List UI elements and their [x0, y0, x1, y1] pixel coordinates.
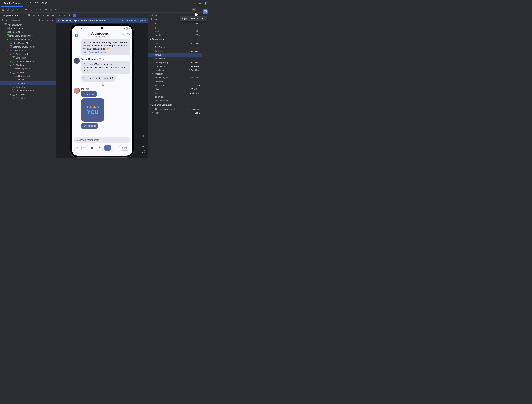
export-icon[interactable]: ⤓ [68, 14, 71, 17]
tree-toggle-icon[interactable]: ▸ [9, 94, 12, 95]
avatar[interactable] [74, 88, 80, 94]
tree-toggle-icon[interactable]: ▸ [9, 90, 12, 92]
close-panel-icon[interactable]: × [42, 14, 45, 17]
record-icon[interactable]: 🎥 [49, 8, 53, 12]
zoom-reset-button[interactable]: 1:1 [142, 146, 145, 148]
rotate-right-icon[interactable]: ⟳ [25, 8, 28, 12]
attribute-row[interactable]: fontFamily [148, 45, 202, 49]
tree-row[interactable]: ▾▭▭Row (inline) [0, 74, 56, 78]
attribute-row[interactable]: ▸TextList[1] [148, 111, 202, 115]
tree-toggle-icon[interactable]: ▸ [9, 57, 12, 59]
layers-icon[interactable]: ▦ [63, 14, 66, 17]
reset-icon[interactable]: ↺ [54, 8, 58, 12]
tree-row[interactable]: ▾▥Column (inline) [0, 49, 56, 52]
disable-icon[interactable]: ⊘ [51, 19, 54, 22]
tree-row[interactable]: ▸@DividerItem [0, 85, 56, 89]
live-updates-icon[interactable]: ⟲ [73, 14, 76, 17]
avatar[interactable] [74, 58, 80, 64]
tree-toggle-icon[interactable]: ▾ [9, 64, 12, 66]
tree-toggle-icon[interactable]: ▸ [9, 86, 12, 88]
mention-button[interactable]: @ [82, 145, 88, 151]
tree-row[interactable]: ▸▭▭Row (inline) [0, 67, 56, 70]
tab-device[interactable]: 📱 Pixel 6 Pro API 33 × [23, 0, 51, 7]
tree-row[interactable]: ▸@ProfileItem [0, 92, 56, 96]
attribute-row[interactable]: fontWeight [148, 57, 202, 61]
tree-toggle-icon[interactable]: ▾ [9, 71, 12, 73]
screenshot-icon[interactable]: 📷 [44, 8, 48, 12]
tree-row[interactable]: @JetchatDrawerContent [0, 45, 56, 49]
location-button[interactable]: 📍 [97, 145, 103, 151]
search-icon[interactable]: 🔍 [28, 14, 31, 17]
zoom-out-button[interactable]: － [142, 140, 145, 144]
home-icon[interactable]: ○ [34, 8, 38, 12]
attribute-row[interactable]: textAlign [148, 95, 202, 99]
rotate-left-icon[interactable]: ⟲ [16, 8, 20, 12]
tree-row[interactable]: ▾@JetchatDrawer [0, 23, 56, 27]
tree-row[interactable]: ▸@AndroidViewBinding [0, 38, 56, 41]
tree-row[interactable]: ▸@DividerItem [0, 56, 56, 60]
eye-icon[interactable]: 👁 [32, 14, 36, 17]
semantics-section[interactable]: ▾ Declared Semantics [148, 103, 202, 107]
attribute-row[interactable]: onTextLayoutλText.kt:1… [148, 76, 202, 80]
tree-row[interactable]: @JetchatTheme [0, 27, 56, 30]
layout-inspector-rail-button[interactable] [203, 9, 208, 14]
tree-row[interactable]: AbText [0, 82, 56, 85]
drawer-icon[interactable]: 👥 [75, 33, 79, 37]
tree-row[interactable]: ▾@ChatItem [0, 63, 56, 67]
tree-toggle-icon[interactable]: ▸ [9, 53, 12, 55]
tree-toggle-icon[interactable]: ▸ [7, 38, 9, 40]
tree-row[interactable]: @ModalDrawerSheet [0, 41, 56, 45]
attribute-row[interactable]: overflowClip [148, 80, 202, 83]
tree-row[interactable]: 🖼Icon [0, 78, 56, 82]
info-icon[interactable]: ⓘ [127, 33, 130, 37]
copy-icon[interactable]: ⧉ [46, 19, 49, 22]
volume-up-icon[interactable]: 🔊 [6, 8, 10, 12]
attribute-row[interactable]: height22dp [148, 33, 202, 37]
tree-row[interactable]: ▾@ModalNavigationDrawer [0, 34, 56, 38]
attribute-row[interactable]: width96dp [148, 29, 202, 33]
back-icon[interactable]: ◁ [29, 8, 33, 12]
gear-icon[interactable]: ⚙ [46, 14, 50, 17]
tree-row[interactable]: ▸@DrawerHeader [0, 52, 56, 56]
component-tree[interactable]: ▾@JetchatDrawer@JetchatTheme@MaterialThe… [0, 23, 56, 158]
more-vertical-icon[interactable]: ⋮ [59, 8, 63, 12]
zoom-in-button[interactable]: ＋ [142, 134, 145, 138]
dont-show-again-link[interactable]: Don't Show Again [119, 19, 136, 22]
eye-icon[interactable]: 👁 [58, 14, 61, 17]
tree-toggle-icon[interactable]: ▾ [7, 50, 9, 51]
tree-toggle-icon[interactable]: ▾ [4, 35, 6, 37]
toggle-layout-inspector-button[interactable] [192, 8, 196, 11]
tree-toggle-icon[interactable]: ▸ [9, 61, 12, 62]
tree-row[interactable]: ▾@ChatItem [0, 70, 56, 74]
refresh-icon[interactable]: ↻ [78, 14, 81, 17]
attribute-row[interactable]: ▸GetTextLayoutResultAccessibil… [148, 107, 202, 111]
attribute-row[interactable]: x-296dp [148, 22, 202, 25]
attribute-row[interactable]: fontSizeUnspecified [148, 49, 202, 53]
attribute-row[interactable]: maxLines21474836… [148, 68, 202, 72]
power-icon[interactable]: ⏻ [1, 8, 5, 12]
image-button[interactable]: 🖼 [89, 145, 95, 151]
attribute-row[interactable]: textDecoration [148, 99, 202, 103]
close-icon[interactable]: × [48, 2, 49, 5]
tree-row[interactable]: ▸@ProfileItem [0, 96, 56, 100]
tree-row[interactable]: @MaterialTheme [0, 30, 56, 34]
more-icon[interactable]: ⋮ [192, 2, 196, 5]
attribute-row[interactable]: lineHeightUnspecified [148, 64, 202, 68]
send-button[interactable]: Send [119, 145, 130, 151]
attribute-row[interactable]: softWraptrue [148, 83, 202, 87]
tree-row[interactable]: ▸@DrawerItemHeader [0, 89, 56, 92]
nav-handle[interactable] [92, 154, 112, 154]
msg-link[interactable]: https://goo.gle/jetnews [83, 51, 106, 53]
attribute-row[interactable]: ▸modifier [148, 72, 202, 76]
tree-toggle-icon[interactable]: ▸ [12, 68, 14, 70]
attribute-row[interactable]: y221dp [148, 25, 202, 29]
tree-row[interactable]: ▸@DrawerItemHeader [0, 60, 56, 63]
opt-out-link[interactable]: Opt-out [139, 19, 146, 22]
attribute-row[interactable]: textdroidcon-… [148, 91, 202, 95]
reset-link[interactable]: Reset [39, 19, 44, 21]
notifications-icon[interactable]: 🔔 [204, 2, 207, 5]
expand-icon[interactable]: ⇵ [37, 14, 40, 17]
composer-input[interactable]: Message #composers [74, 137, 130, 143]
attribute-row[interactable]: fontStyle [148, 53, 202, 57]
attribute-row[interactable]: ▸styleTextStyle [148, 87, 202, 91]
